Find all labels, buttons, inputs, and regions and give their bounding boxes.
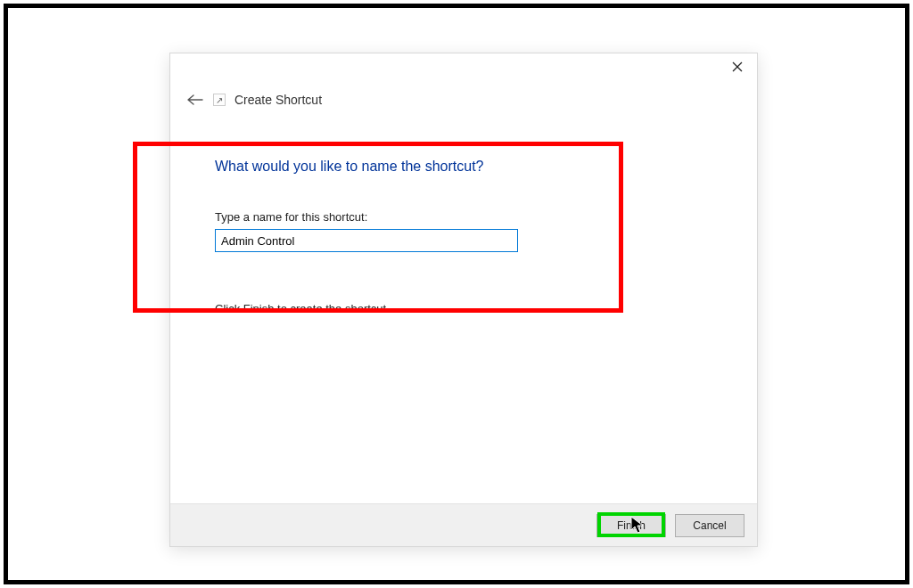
- back-button[interactable]: [186, 91, 204, 109]
- shortcut-name-input[interactable]: [215, 229, 518, 252]
- wizard-title: Create Shortcut: [234, 93, 322, 107]
- cancel-button[interactable]: Cancel: [675, 514, 744, 537]
- finish-button[interactable]: Finish: [596, 514, 666, 537]
- create-shortcut-dialog: ↗ Create Shortcut What would you like to…: [169, 53, 758, 547]
- close-icon: [732, 61, 743, 72]
- close-button[interactable]: [718, 53, 757, 80]
- page-heading: What would you like to name the shortcut…: [215, 159, 712, 175]
- dialog-titlebar: [170, 53, 757, 86]
- page-frame: ↗ Create Shortcut What would you like to…: [4, 4, 909, 584]
- dialog-content: What would you like to name the shortcut…: [170, 109, 757, 503]
- shortcut-name-label: Type a name for this shortcut:: [215, 210, 712, 224]
- dialog-header: ↗ Create Shortcut: [170, 86, 757, 109]
- dialog-footer: Finish Cancel: [170, 503, 757, 546]
- shortcut-icon: ↗: [213, 94, 226, 106]
- finish-hint: Click Finish to create the shortcut.: [215, 302, 712, 315]
- back-arrow-icon: [187, 94, 203, 105]
